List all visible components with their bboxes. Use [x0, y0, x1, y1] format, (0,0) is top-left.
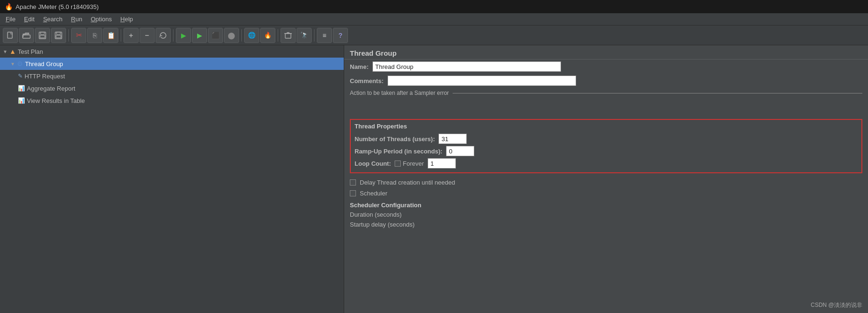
delay-thread-checkbox[interactable]	[350, 179, 356, 186]
toolbar-sep-3	[173, 29, 174, 42]
sampler-error-section: Action to be taken after a Sampler error	[344, 88, 868, 98]
toolbar-new-button[interactable]	[3, 28, 18, 43]
tree-item-thread-group[interactable]: ▼ ⚙ Thread Group	[0, 58, 344, 70]
sampler-error-line	[453, 93, 862, 93]
title-bar: 🔥 Apache JMeter (5.0 r1840935)	[0, 0, 868, 13]
comments-row: Comments:	[344, 74, 868, 88]
num-threads-row: Number of Threads (users):	[355, 133, 858, 145]
scheduler-config-title: Scheduler Configuration	[344, 199, 868, 210]
right-panel-header: Thread Group	[344, 45, 868, 59]
tree-arrow-test-plan: ▼	[3, 49, 8, 54]
toolbar-copy-button[interactable]: ⎘	[87, 28, 102, 43]
forever-label: Forever	[403, 160, 424, 167]
thread-properties-box: Thread Properties Number of Threads (use…	[350, 119, 862, 173]
toolbar-stop-button[interactable]: ⬛	[208, 28, 223, 43]
toolbar-sep-4	[241, 29, 242, 42]
view-results-table-icon: 📊	[18, 97, 25, 104]
tree-arrow-thread-group: ▼	[10, 61, 15, 67]
comments-label: Comments:	[350, 77, 384, 85]
delay-thread-row: Delay Thread creation until needed	[344, 177, 868, 188]
toolbar-paste-button[interactable]: 📋	[103, 28, 118, 43]
toolbar-sep-5	[278, 29, 278, 42]
svg-rect-0	[8, 32, 12, 38]
svg-rect-1	[23, 35, 30, 38]
scheduler-row: Scheduler	[344, 188, 868, 199]
right-panel-title: Thread Group	[350, 49, 862, 57]
num-threads-label: Number of Threads (users):	[355, 135, 435, 143]
toolbar: ✂ ⎘ 📋 + − ▶ ▶ ⬛ ⬤ 🌐 🔥 🔭 ≡ ?	[0, 25, 868, 45]
tree-item-view-results-table[interactable]: 📊 View Results in Table	[0, 94, 344, 107]
tree-label-thread-group: Thread Group	[25, 60, 63, 68]
loop-count-row: Loop Count: Forever	[355, 157, 858, 169]
tree-label-view-results-table: View Results in Table	[27, 97, 85, 104]
thread-group-icon: ⚙	[17, 60, 23, 68]
app-title: Apache JMeter (5.0 r1840935)	[16, 3, 99, 10]
menu-run[interactable]: Run	[67, 15, 86, 24]
toolbar-sep-2	[121, 29, 121, 42]
toolbar-reset-button[interactable]	[156, 28, 171, 43]
toolbar-start-button[interactable]: ▶	[176, 28, 191, 43]
scheduler-label: Scheduler	[360, 190, 388, 197]
tree-item-aggregate-report[interactable]: 📊 Aggregate Report	[0, 82, 344, 94]
toolbar-save-button[interactable]	[51, 28, 66, 43]
delay-thread-label: Delay Thread creation until needed	[360, 179, 455, 186]
toolbar-start-no-pauses-button[interactable]: ▶	[192, 28, 207, 43]
toolbar-remote-start-button[interactable]: 🌐	[244, 28, 259, 43]
left-tree-panel: ▼ ▲ Test Plan ▼ ⚙ Thread Group ✎ HTTP Re…	[0, 45, 344, 313]
toolbar-cut-button[interactable]: ✂	[71, 28, 86, 43]
menu-file[interactable]: File	[2, 15, 19, 24]
toolbar-collapse-button[interactable]: −	[140, 28, 155, 43]
comments-input[interactable]	[388, 76, 576, 86]
startup-delay-row: Startup delay (seconds)	[344, 220, 868, 229]
tree-item-test-plan[interactable]: ▼ ▲ Test Plan	[0, 45, 344, 58]
name-input[interactable]	[372, 61, 561, 72]
name-row: Name:	[344, 59, 868, 74]
menu-help[interactable]: Help	[116, 15, 137, 24]
num-threads-input[interactable]	[438, 134, 467, 144]
loop-count-input[interactable]	[428, 158, 456, 169]
aggregate-report-icon: 📊	[18, 85, 25, 92]
sampler-error-label: Action to be taken after a Sampler error	[350, 90, 449, 96]
tree-label-aggregate-report: Aggregate Report	[27, 85, 75, 92]
startup-delay-label: Startup delay (seconds)	[350, 221, 414, 228]
toolbar-help-button[interactable]: ?	[333, 28, 348, 43]
watermark: CSDN @淡淡的说非	[810, 301, 862, 309]
ramp-up-label: Ramp-Up Period (in seconds):	[355, 148, 442, 155]
forever-checkbox-area: Forever	[395, 160, 424, 167]
duration-label: Duration (seconds)	[350, 211, 402, 218]
thread-properties-title: Thread Properties	[355, 123, 858, 130]
svg-rect-4	[40, 35, 45, 38]
toolbar-remote-stop-button[interactable]: 🔥	[260, 28, 275, 43]
toolbar-expand-button[interactable]: +	[124, 28, 139, 43]
toolbar-shutdown-button[interactable]: ⬤	[224, 28, 239, 43]
menu-options[interactable]: Options	[87, 15, 116, 24]
toolbar-open-button[interactable]	[19, 28, 34, 43]
tree-label-test-plan: Test Plan	[18, 48, 43, 55]
ramp-up-input[interactable]	[446, 146, 474, 156]
ramp-up-row: Ramp-Up Period (in seconds):	[355, 145, 858, 157]
tree-label-http-request: HTTP Request	[25, 73, 65, 80]
toolbar-clear-button[interactable]	[281, 28, 296, 43]
menu-search[interactable]: Search	[39, 15, 66, 24]
menu-bar: File Edit Search Run Options Help	[0, 13, 868, 25]
scheduler-checkbox[interactable]	[350, 190, 356, 196]
toolbar-function-helper-button[interactable]: ≡	[317, 28, 332, 43]
toolbar-sep-1	[68, 29, 69, 42]
main-layout: ▼ ▲ Test Plan ▼ ⚙ Thread Group ✎ HTTP Re…	[0, 45, 868, 313]
forever-checkbox[interactable]	[395, 161, 401, 167]
svg-rect-6	[57, 32, 60, 34]
toolbar-sep-6	[314, 29, 314, 42]
tree-item-http-request[interactable]: ✎ HTTP Request	[0, 70, 344, 82]
svg-rect-8	[285, 34, 291, 38]
toolbar-save-as-button[interactable]	[35, 28, 50, 43]
svg-rect-3	[41, 32, 44, 34]
http-request-icon: ✎	[18, 73, 23, 79]
menu-edit[interactable]: Edit	[20, 15, 38, 24]
test-plan-icon: ▲	[9, 48, 16, 55]
svg-rect-7	[56, 35, 61, 38]
duration-row: Duration (seconds)	[344, 210, 868, 220]
right-panel: Thread Group Name: Comments: Action to b…	[344, 45, 868, 313]
loop-count-label: Loop Count:	[355, 160, 391, 167]
toolbar-clear-all-button[interactable]: 🔭	[297, 28, 312, 43]
app-flame-icon: 🔥	[5, 3, 13, 10]
